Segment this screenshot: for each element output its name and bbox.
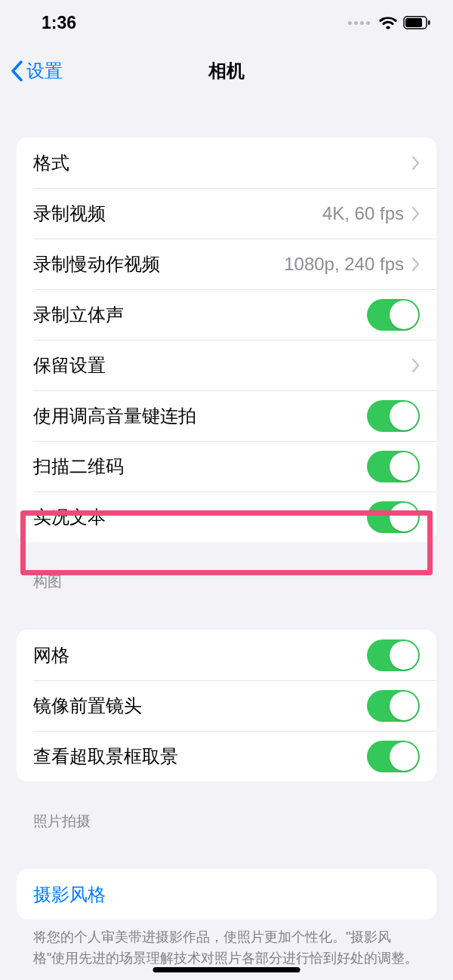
toggle-scan-qr[interactable] bbox=[367, 451, 420, 482]
navigation-bar: 设置 相机 bbox=[0, 45, 453, 97]
status-right bbox=[348, 16, 430, 29]
chevron-left-icon bbox=[11, 60, 23, 82]
svg-rect-2 bbox=[428, 20, 430, 25]
toggle-grid[interactable] bbox=[367, 639, 420, 671]
toggle-live-text[interactable] bbox=[367, 501, 420, 533]
home-indicator[interactable] bbox=[153, 967, 300, 972]
toggle-volume-burst[interactable] bbox=[367, 400, 420, 432]
settings-group-composition: 网格 镜像前置镜头 查看超取景框取景 bbox=[17, 630, 436, 781]
svg-rect-1 bbox=[405, 18, 422, 27]
toggle-stereo-sound[interactable] bbox=[367, 299, 420, 331]
chevron-right-icon bbox=[411, 156, 420, 171]
row-live-text: 实况文本 bbox=[17, 492, 436, 542]
row-volume-burst: 使用调高音量键连拍 bbox=[17, 390, 436, 441]
status-bar: 1:36 bbox=[0, 0, 453, 45]
cellular-dots-icon bbox=[348, 21, 370, 25]
row-label: 格式 bbox=[33, 151, 69, 175]
toggle-mirror-front[interactable] bbox=[367, 690, 420, 722]
row-label: 使用调高音量键连拍 bbox=[33, 404, 196, 428]
chevron-right-icon bbox=[411, 206, 420, 221]
row-grid: 网格 bbox=[17, 630, 436, 680]
row-label: 查看超取景框取景 bbox=[33, 744, 178, 769]
row-label: 保留设置 bbox=[33, 353, 106, 378]
row-label: 摄影风格 bbox=[33, 883, 106, 907]
toggle-view-outside-frame[interactable] bbox=[367, 741, 420, 772]
row-stereo-sound: 录制立体声 bbox=[17, 289, 436, 340]
row-view-outside-frame: 查看超取景框取景 bbox=[17, 731, 436, 781]
row-formats[interactable]: 格式 bbox=[17, 137, 436, 188]
row-value: 1080p, 240 fps bbox=[284, 254, 404, 275]
back-label: 设置 bbox=[26, 59, 63, 83]
row-record-video[interactable]: 录制视频 4K, 60 fps bbox=[17, 188, 436, 239]
chevron-right-icon bbox=[411, 358, 420, 373]
section-header-photo-capture: 照片拍摄 bbox=[17, 812, 436, 839]
settings-group-main: 格式 录制视频 4K, 60 fps 录制慢动作视频 1080p, 240 fp… bbox=[17, 137, 436, 542]
page-title: 相机 bbox=[208, 59, 245, 83]
row-label: 录制立体声 bbox=[33, 303, 124, 327]
row-mirror-front: 镜像前置镜头 bbox=[17, 680, 436, 731]
row-record-slomo[interactable]: 录制慢动作视频 1080p, 240 fps bbox=[17, 239, 436, 289]
row-scan-qr: 扫描二维码 bbox=[17, 441, 436, 492]
row-photo-style[interactable]: 摄影风格 bbox=[17, 869, 436, 920]
section-header-composition: 构图 bbox=[17, 572, 436, 599]
back-button[interactable]: 设置 bbox=[11, 59, 63, 83]
row-label: 录制视频 bbox=[33, 202, 106, 226]
status-time: 1:36 bbox=[42, 13, 76, 33]
battery-icon bbox=[403, 16, 430, 29]
row-preserve-settings[interactable]: 保留设置 bbox=[17, 340, 436, 390]
row-label: 镜像前置镜头 bbox=[33, 694, 142, 718]
section-footer-photo-capture: 将您的个人审美带进摄影作品，使照片更加个性化。"摄影风格"使用先进的场景理解技术… bbox=[17, 920, 436, 969]
row-value: 4K, 60 fps bbox=[322, 203, 404, 224]
row-label: 录制慢动作视频 bbox=[33, 252, 160, 276]
chevron-right-icon bbox=[411, 257, 420, 272]
row-label: 扫描二维码 bbox=[33, 455, 124, 479]
wifi-icon bbox=[379, 16, 397, 29]
row-label: 实况文本 bbox=[33, 505, 106, 529]
settings-group-photo-capture: 摄影风格 bbox=[17, 869, 436, 920]
row-label: 网格 bbox=[33, 643, 69, 667]
